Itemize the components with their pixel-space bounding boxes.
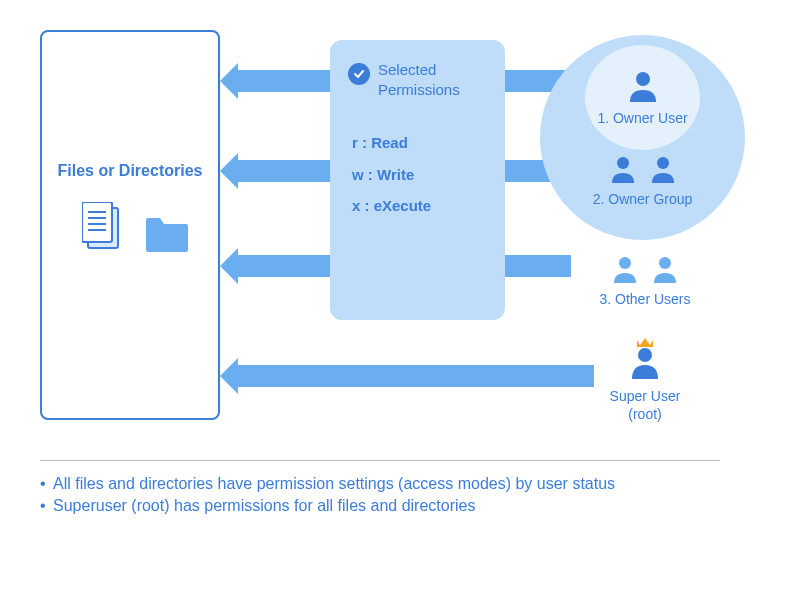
users-circle: 1. Owner User 2. Owner Group [540,35,745,240]
owner-user-circle: 1. Owner User [585,45,700,150]
perm-read: r : Read [352,127,487,159]
owner-label: 1. Owner User [597,110,687,126]
perm-write: w : Write [352,159,487,191]
file-icons [82,202,190,258]
check-icon [348,63,370,85]
permissions-box: Selected Permissions r : Read w : Write … [330,40,505,320]
svg-point-11 [638,348,652,362]
svg-point-8 [657,157,669,169]
notes-list: All files and directories have permissio… [40,475,615,519]
other-label: 3. Other Users [599,291,690,307]
folder-icon [144,214,190,258]
owner-group-section: 2. Owner Group [540,155,745,207]
other-users-section: 3. Other Users [570,255,720,307]
user-icon [612,255,638,287]
user-icon [650,155,676,187]
permissions-list: r : Read w : Write x : eXecute [348,127,487,222]
permissions-header: Selected Permissions [348,60,487,99]
svg-rect-1 [82,202,112,242]
files-title: Files or Directories [42,162,218,180]
svg-point-10 [659,257,671,269]
svg-point-9 [619,257,631,269]
divider [40,460,720,461]
group-label: 2. Owner Group [593,191,693,207]
document-icon [82,202,126,258]
files-box: Files or Directories [40,30,220,420]
crown-user-icon [628,335,662,383]
super-label: Super User(root) [610,387,681,423]
note-1: All files and directories have permissio… [40,475,615,493]
svg-point-7 [617,157,629,169]
super-user-section: Super User(root) [595,335,695,423]
user-icon [628,70,658,106]
user-icon [652,255,678,287]
note-2: Superuser (root) has permissions for all… [40,497,615,515]
perm-execute: x : eXecute [352,190,487,222]
diagram-container: Files or Directories [40,30,760,570]
svg-point-6 [636,72,650,86]
arrow-superuser [236,365,594,387]
user-icon [610,155,636,187]
permissions-title: Selected Permissions [378,60,487,99]
